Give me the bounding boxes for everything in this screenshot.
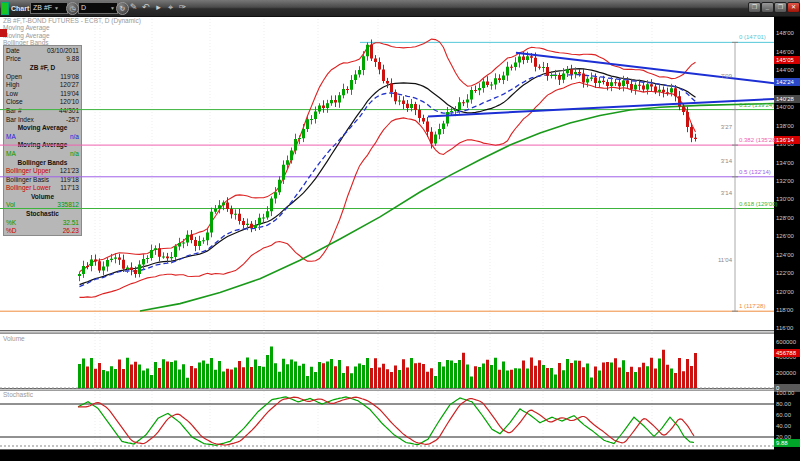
chevron-down-icon: ▼ (54, 3, 59, 13)
undo-icon[interactable]: ↶ (140, 2, 151, 13)
interval-dropdown[interactable]: D ▼ (78, 2, 118, 14)
toolbar: Chart ZB #F ▼ D ▼ ◷↻✎↶▸⌖✑ ❐_❐✕ (0, 0, 800, 17)
chevron-down-icon: ▼ (110, 3, 115, 13)
pencil-icon[interactable]: ✎ (128, 2, 139, 13)
status-bar: Dyn 03/10/2011 (0, 450, 800, 461)
volume-bars-down (86, 350, 697, 388)
candle-wicks-down (88, 40, 696, 278)
symbol-value: ZB #F (33, 3, 52, 13)
play-icon[interactable]: ▸ (153, 2, 164, 13)
moving-average-green-line (140, 104, 774, 312)
target-icon[interactable]: ⌖ (165, 2, 176, 13)
pen-icon[interactable]: ✑ (177, 2, 188, 13)
interval-value: D (81, 3, 86, 13)
symbol-dropdown[interactable]: ZB #F ▼ (30, 2, 68, 14)
trendline (428, 99, 774, 117)
clock-icon[interactable]: ◷ (66, 2, 79, 15)
close-button[interactable]: ✕ (787, 2, 800, 13)
maximize-button[interactable]: ❐ (774, 2, 787, 13)
chart-application-window: Chart ZB #F ▼ D ▼ ◷↻✎↶▸⌖✑ ❐_❐✕ ZB #F,T-B… (0, 0, 800, 461)
minimize-button[interactable]: _ (761, 2, 774, 13)
bollinger-upper-line (80, 39, 696, 272)
chart-tab-indicator-icon (1, 2, 9, 15)
left-edge-marker-icon (0, 29, 7, 37)
restore-button[interactable]: ❐ (748, 2, 761, 13)
chart-canvas[interactable] (0, 0, 800, 461)
chart-tab[interactable]: Chart (11, 0, 29, 16)
